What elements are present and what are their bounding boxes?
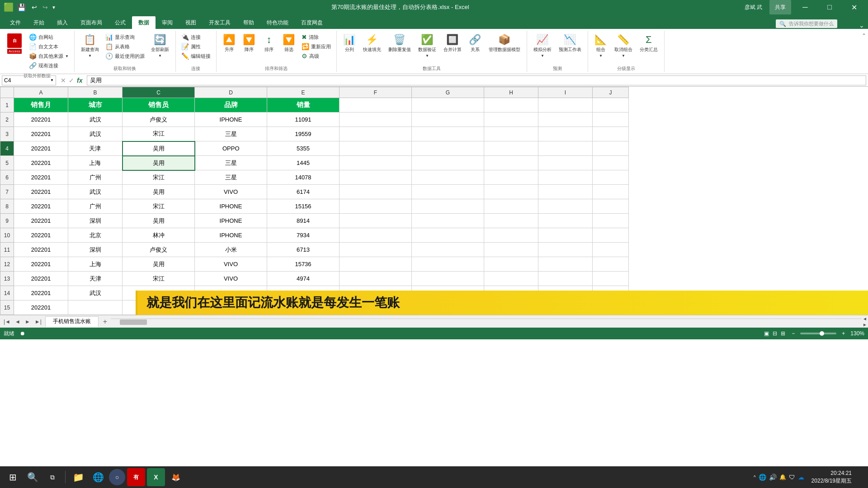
cell-g11[interactable]	[412, 243, 484, 257]
cell-a10[interactable]: 202201	[14, 228, 68, 243]
cell-b9[interactable]: 深圳	[68, 214, 123, 228]
scroll-left-arrow[interactable]: ◄	[863, 316, 867, 321]
row-num-3[interactable]: 3	[0, 127, 14, 141]
cell-b10[interactable]: 北京	[68, 228, 123, 243]
cell-f2[interactable]	[340, 113, 412, 127]
cell-f11[interactable]	[340, 243, 412, 257]
cell-b4[interactable]: 天津	[68, 141, 123, 156]
cell-f7[interactable]	[340, 185, 412, 199]
col-header-c[interactable]: C	[123, 87, 195, 98]
cell-g8[interactable]	[412, 199, 484, 214]
cell-g6[interactable]	[412, 170, 484, 185]
cell-d10[interactable]: IPHONE	[195, 228, 267, 243]
cell-f1[interactable]	[340, 98, 412, 113]
show-query-button[interactable]: 📊 显示查询	[104, 33, 146, 42]
access-button[interactable]: 自 Access	[4, 33, 25, 55]
cell-e2[interactable]: 11091	[267, 113, 340, 127]
cell-b15[interactable]	[68, 300, 123, 315]
cell-j1[interactable]	[593, 98, 629, 113]
row-num-8[interactable]: 8	[0, 199, 14, 214]
relationships-button[interactable]: 🔗 关系	[466, 33, 484, 54]
new-query-button[interactable]: 📋 新建查询 ▼	[78, 33, 102, 59]
cell-d11[interactable]: 小米	[195, 243, 267, 257]
cell-e4[interactable]: 5355	[267, 141, 340, 156]
zoom-minus[interactable]: −	[792, 330, 795, 337]
filter-button[interactable]: 🔽 筛选	[280, 33, 298, 54]
file-explorer-button[interactable]: 📁	[69, 468, 87, 486]
cell-b12[interactable]: 上海	[68, 257, 123, 272]
cell-h6[interactable]	[484, 170, 538, 185]
cell-g5[interactable]	[412, 156, 484, 170]
redo-button[interactable]: ↪	[41, 3, 50, 12]
cell-g7[interactable]	[412, 185, 484, 199]
cortana-button[interactable]: ○	[109, 469, 125, 485]
cell-e9[interactable]: 8914	[267, 214, 340, 228]
youban-button[interactable]: 有	[127, 468, 145, 486]
col-header-e[interactable]: E	[267, 87, 340, 98]
row-num-6[interactable]: 6	[0, 170, 14, 185]
row-num-1[interactable]: 1	[0, 98, 14, 113]
cell-j7[interactable]	[593, 185, 629, 199]
cell-c2[interactable]: 卢俊义	[123, 113, 195, 127]
cell-j9[interactable]	[593, 214, 629, 228]
cell-e7[interactable]: 6174	[267, 185, 340, 199]
cell-i9[interactable]	[538, 214, 593, 228]
group-button[interactable]: 📐 组合 ▼	[592, 33, 610, 59]
cell-c6[interactable]: 宋江	[123, 170, 195, 185]
cell-d12[interactable]: VIVO	[195, 257, 267, 272]
cell-e12[interactable]: 15736	[267, 257, 340, 272]
cell-b13[interactable]: 天津	[68, 272, 123, 286]
col-header-f[interactable]: F	[340, 87, 412, 98]
sort-asc-button[interactable]: 🔼 升序	[220, 33, 238, 54]
properties-button[interactable]: 📝 属性	[179, 42, 212, 51]
cell-e1[interactable]: 销量	[267, 98, 340, 113]
text-button[interactable]: 📄 自文文本	[27, 42, 71, 51]
tab-baidu[interactable]: 百度网盘	[295, 16, 329, 29]
cell-i1[interactable]	[538, 98, 593, 113]
cell-e10[interactable]: 7934	[267, 228, 340, 243]
cell-a13[interactable]: 202201	[14, 272, 68, 286]
tab-home[interactable]: 开始	[27, 16, 51, 29]
share-button[interactable]: 共享	[769, 0, 791, 14]
cell-e5[interactable]: 1445	[267, 156, 340, 170]
cell-i7[interactable]	[538, 185, 593, 199]
zoom-plus[interactable]: +	[842, 330, 845, 337]
tab-insert[interactable]: 插入	[51, 16, 74, 29]
cell-a14[interactable]: 202201	[14, 286, 68, 300]
cell-i4[interactable]	[538, 141, 593, 156]
search-taskbar-button[interactable]: 🔍	[24, 468, 42, 486]
cell-j6[interactable]	[593, 170, 629, 185]
volume-icon[interactable]: 🔊	[769, 474, 777, 481]
cell-e13[interactable]: 4974	[267, 272, 340, 286]
cell-a5[interactable]: 202201	[14, 156, 68, 170]
sheet-nav-last[interactable]: ►|	[33, 318, 43, 326]
cell-a7[interactable]: 202201	[14, 185, 68, 199]
cell-c10[interactable]: 林冲	[123, 228, 195, 243]
cell-a15[interactable]: 202201	[14, 300, 68, 315]
cell-h4[interactable]	[484, 141, 538, 156]
row-num-11[interactable]: 11	[0, 243, 14, 257]
row-num-2[interactable]: 2	[0, 113, 14, 127]
save-button[interactable]: 💾	[15, 2, 28, 13]
cell-e6[interactable]: 14078	[267, 170, 340, 185]
cell-i8[interactable]	[538, 199, 593, 214]
col-header-h[interactable]: H	[484, 87, 538, 98]
cell-c12[interactable]: 吴用	[123, 257, 195, 272]
consolidate-button[interactable]: 🔲 合并计算	[441, 33, 464, 54]
cell-j11[interactable]	[593, 243, 629, 257]
cell-c8[interactable]: 宋江	[123, 199, 195, 214]
cell-h13[interactable]	[484, 272, 538, 286]
col-header-i[interactable]: I	[538, 87, 593, 98]
cell-d5[interactable]: 三星	[195, 156, 267, 170]
cell-g12[interactable]	[412, 257, 484, 272]
cell-d8[interactable]: IPHONE	[195, 199, 267, 214]
cell-a8[interactable]: 202201	[14, 199, 68, 214]
cell-c3[interactable]: 宋江	[123, 127, 195, 141]
normal-view-icon[interactable]: ▣	[763, 329, 770, 338]
cell-j13[interactable]	[593, 272, 629, 286]
quick-access-dropdown[interactable]: ▼	[52, 5, 56, 10]
cell-a3[interactable]: 202201	[14, 127, 68, 141]
cell-g4[interactable]	[412, 141, 484, 156]
cell-i12[interactable]	[538, 257, 593, 272]
cell-e11[interactable]: 6713	[267, 243, 340, 257]
